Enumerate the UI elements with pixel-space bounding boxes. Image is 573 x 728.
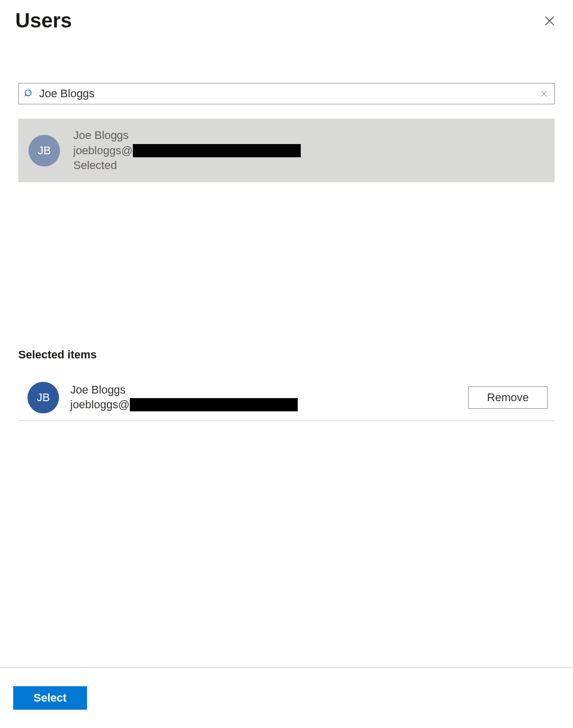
remove-button[interactable]: Remove [468,386,548,409]
selected-email-prefix: joebloggs@ [70,398,130,412]
redacted-email-domain [130,398,298,411]
clear-search-button[interactable] [536,86,552,102]
close-icon [544,15,555,26]
result-email: joebloggs@ [73,143,545,158]
search-results: JB Joe Bloggs joebloggs@ Selected [18,119,555,182]
search-icon [24,89,34,99]
result-item[interactable]: JB Joe Bloggs joebloggs@ Selected [18,119,555,182]
svg-point-2 [25,90,32,96]
search-input[interactable] [34,84,536,103]
search-container [18,83,555,104]
panel-title: Users [15,9,72,32]
selected-item-details: Joe Bloggs joebloggs@ [70,383,468,412]
avatar: JB [27,382,59,413]
footer: Select [0,667,573,728]
result-status: Selected [73,158,545,173]
clear-icon [540,90,548,98]
avatar: JB [28,135,60,166]
select-button[interactable]: Select [13,686,87,710]
selected-item-name: Joe Bloggs [70,383,468,398]
selected-items-header: Selected items [18,348,555,361]
result-email-prefix: joebloggs@ [73,143,133,158]
avatar-initials: JB [37,391,50,404]
svg-line-3 [25,95,26,97]
result-name: Joe Bloggs [73,128,545,143]
selected-section: Selected items JB Joe Bloggs joebloggs@ … [18,348,555,421]
selected-item: JB Joe Bloggs joebloggs@ Remove [18,379,555,421]
result-details: Joe Bloggs joebloggs@ Selected [73,128,545,173]
avatar-initials: JB [38,144,51,157]
redacted-email-domain [133,144,301,157]
close-button[interactable] [541,13,558,29]
selected-item-email: joebloggs@ [70,398,468,412]
